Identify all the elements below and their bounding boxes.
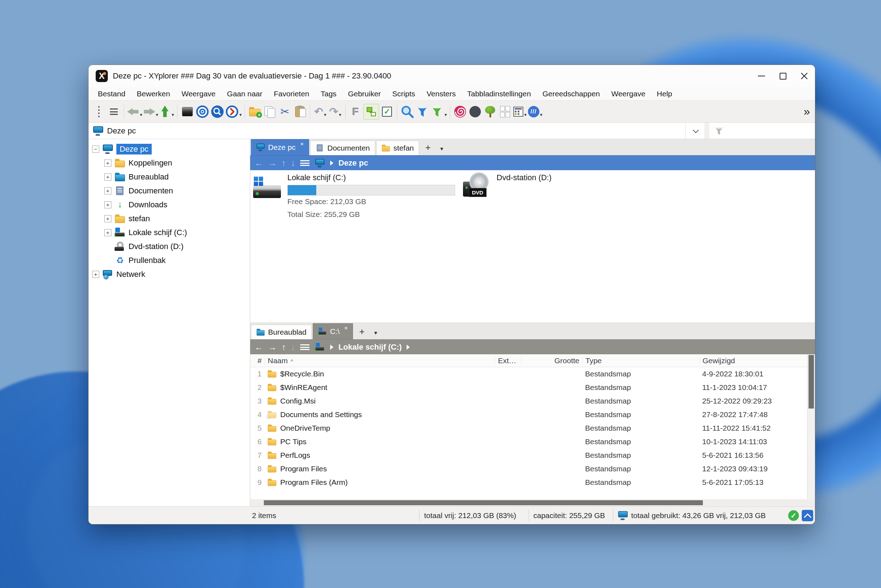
drive-d-label[interactable]: Dvd-station (D:) xyxy=(496,173,552,182)
tree-item-documenten[interactable]: + Documenten xyxy=(89,184,250,198)
forward-button[interactable]: ▾ xyxy=(143,103,158,120)
menu-weergave-2[interactable]: Weergave xyxy=(606,87,651,100)
details-dropdown[interactable]: ▾ xyxy=(524,112,526,120)
expand-expander[interactable]: + xyxy=(104,215,111,222)
table-row[interactable]: 2 $WinREAgent Bestandsmap 11-1-2023 10:0… xyxy=(250,381,815,394)
minimize-button[interactable] xyxy=(751,65,772,87)
crumb-menu-button[interactable] xyxy=(300,160,310,166)
menu-bewerken[interactable]: Bewerken xyxy=(131,87,176,100)
expand-expander[interactable]: + xyxy=(104,201,111,208)
table-row[interactable]: 5 OneDriveTemp Bestandsmap 11-11-2022 15… xyxy=(250,422,815,435)
collapse-expander[interactable]: − xyxy=(92,146,99,153)
filter-input[interactable] xyxy=(709,123,815,139)
tab-bureaublad[interactable]: Bureaublad xyxy=(251,325,312,339)
tree-item-dvd-station[interactable]: Dvd-station (D:) xyxy=(89,239,250,254)
dual-pane-button[interactable] xyxy=(498,103,512,120)
checkbox-mode-button[interactable]: ✓ xyxy=(380,103,394,120)
close-button[interactable] xyxy=(794,65,815,87)
toolbar-overflow-button[interactable]: » xyxy=(804,105,810,118)
tree-item-deze-pc[interactable]: − Deze pc xyxy=(89,142,250,156)
filter-button[interactable] xyxy=(415,103,430,120)
tree-item-netwerk[interactable]: + Netwerk xyxy=(89,267,250,281)
tree-item-stefan[interactable]: + stefan xyxy=(89,212,250,225)
table-row[interactable]: 4 ↗Documents and Settings Bestandsmap 27… xyxy=(250,408,815,422)
crumb-back-button[interactable]: ← xyxy=(254,340,263,355)
column-number[interactable]: # xyxy=(250,356,265,365)
details-view-button[interactable]: ▾ xyxy=(513,103,527,120)
tree-item-bureaublad[interactable]: + Bureaublad xyxy=(89,170,250,184)
copy-button[interactable] xyxy=(263,103,277,120)
tab-c-drive[interactable]: C:\ × xyxy=(313,323,353,339)
horizontal-scrollbar[interactable] xyxy=(250,499,815,506)
crumb-back-button[interactable]: ← xyxy=(254,156,263,171)
customize-toolbar-button[interactable] xyxy=(107,103,121,120)
go-dropdown[interactable]: ▾ xyxy=(239,112,242,120)
column-extensie[interactable]: Exte... xyxy=(495,356,521,365)
crumb-forward-button[interactable]: → xyxy=(268,156,277,171)
tree-item-koppelingen[interactable]: + Koppelingen xyxy=(89,156,250,170)
breadcrumb-path[interactable]: Lokale schijf (C:) xyxy=(338,342,401,352)
table-row[interactable]: 3 Config.Msi Bestandsmap 25-12-2022 09:2… xyxy=(250,394,815,408)
preview-button[interactable] xyxy=(180,103,195,120)
scrollbar-thumb[interactable] xyxy=(809,355,814,408)
maximize-button[interactable] xyxy=(772,65,794,87)
menu-scripts[interactable]: Scripts xyxy=(386,87,421,100)
cut-button[interactable]: ✂ xyxy=(278,103,292,120)
menu-bestand[interactable]: Bestand xyxy=(92,87,131,100)
expand-expander[interactable]: + xyxy=(92,271,99,278)
undo-button[interactable]: ↶▾ xyxy=(313,103,327,120)
address-dropdown-button[interactable] xyxy=(686,123,704,139)
expand-expander[interactable]: + xyxy=(104,159,111,166)
toolbar-grip[interactable] xyxy=(92,103,106,120)
breadcrumb-path[interactable]: Deze pc xyxy=(338,158,368,168)
tab-list-button[interactable]: ▼ xyxy=(436,146,448,155)
drive-c-item[interactable] xyxy=(253,177,282,198)
tree-path-button[interactable] xyxy=(483,103,497,120)
tab-stefan[interactable]: stefan xyxy=(376,141,419,155)
vertical-scrollbar[interactable] xyxy=(807,354,815,499)
menu-tags[interactable]: Tags xyxy=(315,87,342,100)
table-row[interactable]: 9 Program Files (Arm) Bestandsmap 5-6-20… xyxy=(250,476,815,489)
address-input[interactable]: Deze pc xyxy=(89,123,686,139)
undo-dropdown[interactable]: ▾ xyxy=(324,112,326,120)
column-grootte[interactable]: Grootte xyxy=(521,356,582,365)
table-row[interactable]: 6 PC Tips Bestandsmap 10-1-2023 14:11:03 xyxy=(250,435,815,448)
menu-help[interactable]: Help xyxy=(651,87,678,100)
maximize-pane-button[interactable] xyxy=(802,507,813,524)
new-folder-button[interactable]: + xyxy=(248,103,262,120)
table-row[interactable]: 8 Program Files Bestandsmap 12-1-2023 09… xyxy=(250,462,815,476)
menu-gebruiker[interactable]: Gebruiker xyxy=(342,87,386,100)
tags-button[interactable] xyxy=(453,103,467,120)
column-naam[interactable]: Naam^ xyxy=(265,356,495,365)
special-view-button[interactable]: ▾ xyxy=(528,103,543,120)
crumb-up-button[interactable]: ↑ xyxy=(282,156,286,171)
visual-filter-dropdown[interactable]: ▾ xyxy=(444,112,447,120)
tab-close-icon[interactable]: × xyxy=(344,325,348,331)
tree-item-lokale-schijf[interactable]: + Lokale schijf (C:) xyxy=(89,225,250,239)
tab-documenten[interactable]: Documenten xyxy=(310,141,375,155)
expand-expander[interactable]: + xyxy=(104,229,111,236)
back-dropdown[interactable]: ▾ xyxy=(140,112,143,120)
crumb-menu-button[interactable] xyxy=(300,344,310,350)
table-row[interactable]: 1 $Recycle.Bin Bestandsmap 4-9-2022 18:3… xyxy=(250,367,815,381)
back-button[interactable]: ▾ xyxy=(127,103,143,120)
menu-gereedschappen[interactable]: Gereedschappen xyxy=(537,87,606,100)
hotlist-button[interactable] xyxy=(195,103,209,120)
expand-expander[interactable]: + xyxy=(104,173,111,180)
scrollbar-thumb[interactable] xyxy=(264,500,703,505)
titlebar[interactable]: Deze pc - XYplorer ### Dag 30 van de eva… xyxy=(89,65,815,87)
crumb-forward-button[interactable]: → xyxy=(268,340,277,355)
new-tab-button[interactable]: + xyxy=(354,326,370,339)
find-files-button[interactable] xyxy=(400,103,415,120)
tree-item-prullenbak[interactable]: Prullenbak xyxy=(89,254,250,267)
special-dropdown[interactable]: ▾ xyxy=(540,112,543,120)
redo-button[interactable]: ↷▾ xyxy=(328,103,342,120)
redo-dropdown[interactable]: ▾ xyxy=(339,112,341,120)
tree-view-button[interactable] xyxy=(364,103,379,120)
up-button[interactable]: ▾ xyxy=(159,103,174,120)
column-type[interactable]: Type xyxy=(582,356,699,365)
paste-button[interactable] xyxy=(293,103,307,120)
forward-dropdown[interactable]: ▾ xyxy=(156,112,158,120)
flat-view-button[interactable]: F xyxy=(349,103,363,120)
crumb-down-button[interactable]: ↓ xyxy=(291,340,295,355)
